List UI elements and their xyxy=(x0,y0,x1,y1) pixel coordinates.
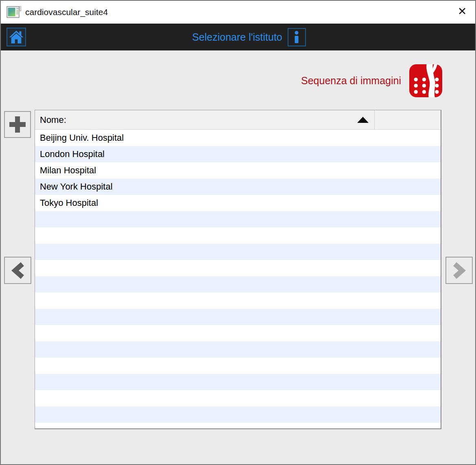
institutes-table: Nome: Beijing Univ. HospitalLondon Hospi… xyxy=(35,110,441,429)
previous-button[interactable] xyxy=(4,257,31,284)
titlebar: cardiovascular_suite4 ✕ xyxy=(1,1,475,24)
appbar: Selezionare l'istituto xyxy=(1,24,475,50)
table-row[interactable] xyxy=(35,244,441,260)
info-button[interactable] xyxy=(288,28,306,46)
close-icon: ✕ xyxy=(458,5,467,18)
table-row[interactable] xyxy=(35,309,441,325)
info-icon xyxy=(294,31,299,43)
table-row[interactable] xyxy=(35,260,441,276)
next-button[interactable] xyxy=(445,257,473,284)
chevron-right-icon xyxy=(451,262,467,279)
window-title: cardiovascular_suite4 xyxy=(25,7,108,17)
table-row[interactable]: London Hospital xyxy=(35,146,441,162)
table-row[interactable] xyxy=(35,325,441,341)
table-row[interactable]: New York Hospital xyxy=(35,179,441,195)
table-row[interactable]: Beijing Univ. Hospital xyxy=(35,130,441,146)
table-row[interactable]: Tokyo Hospital xyxy=(35,195,441,211)
add-institute-button[interactable] xyxy=(4,111,31,138)
column-header-extra[interactable] xyxy=(375,110,441,129)
table-row[interactable] xyxy=(35,276,441,293)
table-row[interactable] xyxy=(35,390,441,406)
table-row[interactable] xyxy=(35,406,441,423)
column-header-nome[interactable]: Nome: xyxy=(35,110,375,129)
vessel-angiogram-icon[interactable] xyxy=(409,64,442,97)
image-sequence-label: Sequenza di immagini xyxy=(301,75,401,87)
table-row[interactable] xyxy=(35,293,441,309)
table-row[interactable] xyxy=(35,227,441,244)
table-body: Beijing Univ. HospitalLondon HospitalMil… xyxy=(35,130,441,428)
app-icon xyxy=(7,6,21,18)
image-sequence-group: Sequenza di immagini xyxy=(301,64,442,97)
chevron-left-icon xyxy=(10,262,26,279)
table-row[interactable]: Milan Hospital xyxy=(35,162,441,179)
column-header-label: Nome: xyxy=(40,115,66,125)
table-row[interactable] xyxy=(35,374,441,390)
page-title: Selezionare l'istituto xyxy=(192,31,282,43)
plus-icon xyxy=(8,115,27,134)
table-header-row: Nome: xyxy=(35,110,441,130)
appbar-center: Selezionare l'istituto xyxy=(12,24,476,50)
table-row[interactable] xyxy=(35,341,441,358)
table-row[interactable] xyxy=(35,211,441,227)
table-row[interactable] xyxy=(35,423,441,428)
table-row[interactable] xyxy=(35,358,441,374)
close-button[interactable]: ✕ xyxy=(452,1,473,22)
sort-ascending-icon xyxy=(357,117,369,123)
app-window: cardiovascular_suite4 ✕ Selezionare l'is… xyxy=(0,0,476,465)
